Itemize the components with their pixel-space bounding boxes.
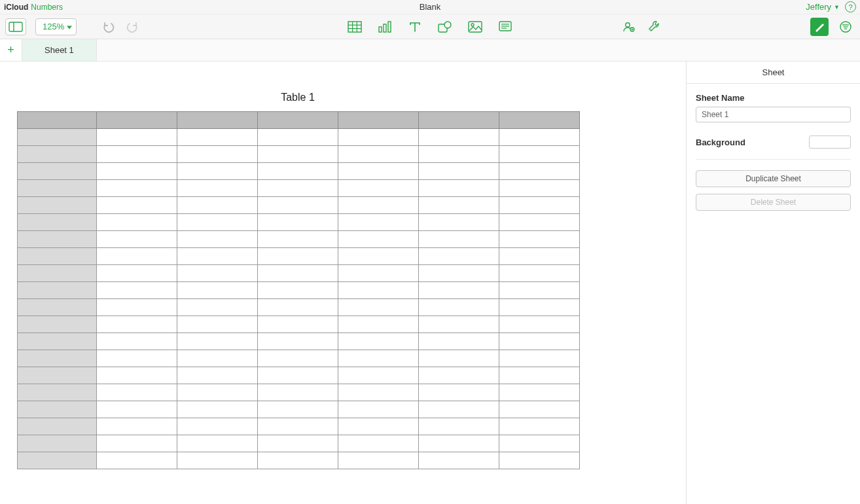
cell[interactable] [338,248,419,265]
cell[interactable] [177,333,258,350]
cell[interactable] [499,282,580,299]
delete-sheet-button[interactable]: Delete Sheet [696,194,851,211]
cell[interactable] [419,316,499,333]
row-header[interactable] [18,418,97,435]
row-header[interactable] [18,214,97,231]
format-panel-button[interactable] [810,18,829,36]
cell[interactable] [419,350,499,367]
row-header[interactable] [18,333,97,350]
tools-button[interactable] [645,18,664,36]
cell[interactable] [97,146,177,163]
cell[interactable] [97,214,177,231]
cell[interactable] [338,452,419,469]
cell[interactable] [419,146,499,163]
cell[interactable] [419,418,499,435]
cell[interactable] [419,265,499,282]
cell[interactable] [177,401,258,418]
column-header[interactable] [97,112,177,129]
cell[interactable] [338,401,419,418]
collaborate-button[interactable] [619,18,637,36]
duplicate-sheet-button[interactable]: Duplicate Sheet [696,170,851,187]
cell[interactable] [258,163,338,180]
cell[interactable] [177,350,258,367]
table-title[interactable]: Table 1 [17,92,579,103]
column-header[interactable] [499,112,580,129]
cell[interactable] [338,418,419,435]
cell[interactable] [177,231,258,248]
cell[interactable] [177,248,258,265]
cell[interactable] [419,129,499,146]
cell[interactable] [97,367,177,384]
cell[interactable] [419,401,499,418]
cell[interactable] [499,163,580,180]
cell[interactable] [499,384,580,401]
cell[interactable] [258,248,338,265]
cell[interactable] [97,401,177,418]
row-header[interactable] [18,282,97,299]
cell[interactable] [258,401,338,418]
cell[interactable] [338,367,419,384]
cell[interactable] [419,384,499,401]
cell[interactable] [499,316,580,333]
organize-panel-button[interactable] [836,18,855,36]
cell[interactable] [419,299,499,316]
row-header[interactable] [18,384,97,401]
cell[interactable] [419,214,499,231]
cell[interactable] [177,299,258,316]
cell[interactable] [97,248,177,265]
cell[interactable] [177,129,258,146]
cell[interactable] [499,435,580,452]
cell[interactable] [258,282,338,299]
cell[interactable] [338,384,419,401]
cell[interactable] [258,299,338,316]
cell[interactable] [258,418,338,435]
cell[interactable] [499,197,580,214]
insert-table-button[interactable] [347,19,363,35]
cell[interactable] [338,146,419,163]
insert-chart-button[interactable] [377,19,393,35]
cell[interactable] [258,384,338,401]
insert-comment-button[interactable] [497,19,513,35]
sheet-tab[interactable]: Sheet 1 [22,39,97,61]
row-header[interactable] [18,367,97,384]
cell[interactable] [499,180,580,197]
add-sheet-button[interactable]: + [0,39,22,61]
cell[interactable] [499,129,580,146]
cell[interactable] [338,282,419,299]
cell[interactable] [177,180,258,197]
cell[interactable] [338,129,419,146]
cell[interactable] [419,248,499,265]
row-header[interactable] [18,350,97,367]
cell[interactable] [338,163,419,180]
cell[interactable] [258,265,338,282]
cell[interactable] [97,452,177,469]
cell[interactable] [97,282,177,299]
cell[interactable] [419,452,499,469]
spreadsheet-table[interactable] [17,111,580,469]
row-header[interactable] [18,265,97,282]
brand-app-name[interactable]: Numbers [31,3,63,12]
cell[interactable] [499,401,580,418]
cell[interactable] [338,435,419,452]
cell[interactable] [258,333,338,350]
cell[interactable] [177,435,258,452]
cell[interactable] [177,214,258,231]
column-header[interactable] [419,112,499,129]
row-header[interactable] [18,180,97,197]
row-header[interactable] [18,435,97,452]
row-header[interactable] [18,197,97,214]
cell[interactable] [177,282,258,299]
cell[interactable] [338,231,419,248]
sheet-name-input[interactable] [696,107,851,122]
row-header[interactable] [18,248,97,265]
user-menu[interactable]: Jeffery ▼ [806,2,840,12]
row-header[interactable] [18,316,97,333]
cell[interactable] [97,163,177,180]
cell[interactable] [258,316,338,333]
cell[interactable] [419,231,499,248]
cell[interactable] [97,316,177,333]
cell[interactable] [177,197,258,214]
cell[interactable] [258,231,338,248]
cell[interactable] [97,333,177,350]
cell[interactable] [97,350,177,367]
